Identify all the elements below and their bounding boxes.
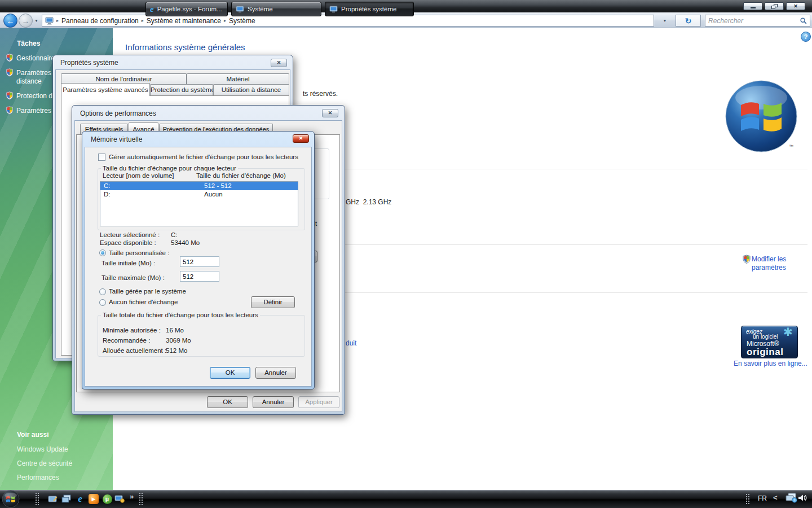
custom-size-radio[interactable]	[99, 249, 106, 256]
sidebar-link-security-center[interactable]: Centre de sécurité	[17, 459, 72, 467]
sidebar-item-device-manager[interactable]: Gestionnaire	[16, 54, 55, 62]
tab-remote[interactable]: Utilisation à distance	[213, 84, 289, 95]
tab-advanced-system-settings[interactable]: Paramètres système avancés	[61, 83, 150, 96]
ok-button[interactable]: OK	[210, 367, 250, 379]
sidebar-item-remote-settings[interactable]: Paramètres d	[16, 69, 57, 77]
remote-assistance-icon[interactable]	[114, 493, 125, 505]
taskbar-button-system[interactable]: Système	[231, 2, 321, 16]
learn-more-online-link[interactable]: En savoir plus en ligne...	[734, 360, 807, 367]
set-button[interactable]: Définir	[251, 296, 295, 308]
taskband-grip[interactable]	[139, 492, 144, 506]
sidebar-link-performance[interactable]: Performances	[17, 474, 59, 481]
page-title: Informations système générales	[125, 42, 245, 52]
section-divider	[345, 244, 807, 245]
section-divider	[345, 292, 807, 293]
search-input[interactable]	[705, 16, 800, 25]
dialog-title[interactable]: Options de performances	[80, 110, 156, 117]
taskbar-button-system-properties[interactable]: Propriétés système	[325, 2, 414, 16]
see-also-title: Voir aussi	[17, 431, 48, 439]
refresh-button[interactable]: ↻	[676, 15, 701, 27]
switch-windows-icon[interactable]	[61, 493, 72, 505]
minimize-button[interactable]	[743, 2, 762, 10]
help-button[interactable]: ?	[801, 32, 811, 42]
show-desktop-icon[interactable]	[47, 493, 59, 505]
system-managed-radio[interactable]	[99, 288, 106, 295]
ie-glyph: e	[78, 493, 82, 505]
breadcrumb-separator-icon: ▸	[142, 18, 144, 23]
address-history-dropdown[interactable]: ▼	[655, 15, 674, 27]
dialog-title[interactable]: Propriétés système	[60, 59, 118, 67]
volume-icon[interactable]	[797, 493, 807, 505]
cancel-button[interactable]: Annuler	[253, 396, 294, 408]
restore-button[interactable]	[765, 2, 784, 10]
min-allowed-label: Minimale autorisée :	[103, 327, 161, 334]
close-button[interactable]: ✕	[271, 59, 287, 67]
close-button[interactable]: ✕	[293, 134, 309, 143]
no-pagefile-radio[interactable]	[99, 299, 106, 306]
min-allowed-value: 16 Mo	[166, 327, 184, 334]
tray-grip[interactable]	[745, 493, 751, 505]
shield-icon	[742, 255, 751, 264]
network-icon[interactable]	[785, 492, 797, 505]
address-bar[interactable]: ▸ Panneau de configuration ▸ Système et …	[42, 15, 654, 27]
forward-button[interactable]: →	[19, 14, 33, 28]
back-button[interactable]: ←	[3, 14, 17, 28]
close-button[interactable]: ✕	[786, 2, 805, 10]
utorrent-icon[interactable]: µ	[102, 493, 113, 505]
taskbar-button-label: Système	[248, 6, 273, 12]
search-icon[interactable]	[800, 16, 807, 25]
breadcrumb-control-panel[interactable]: Panneau de configuration	[61, 17, 139, 25]
drive-listbox[interactable]: C:512 - 512 D:Aucun	[100, 181, 298, 226]
max-size-input[interactable]	[180, 271, 219, 282]
start-button[interactable]	[2, 490, 20, 508]
ok-button[interactable]: OK	[207, 396, 248, 408]
sidebar-item-system-protection[interactable]: Protection d	[16, 92, 52, 100]
desktop: ✕ ← → ▼ ▸ Panneau de configuration ▸ Sys…	[0, 0, 812, 508]
sidebar-item-advanced-settings[interactable]: Paramètres s	[16, 107, 56, 115]
recommended-value: 3069 Mo	[166, 337, 191, 344]
product-key-link-fragment[interactable]: duit	[346, 339, 356, 347]
copyright-text-fragment: ts réservés.	[303, 90, 338, 98]
sidebar-link-windows-update[interactable]: Windows Update	[17, 445, 68, 453]
computer-icon	[236, 6, 244, 13]
drive-name: D:	[104, 191, 111, 198]
trademark-text: ™	[789, 144, 793, 149]
recommended-label: Recommandée :	[103, 337, 150, 344]
badge-line4: original	[747, 347, 783, 358]
back-icon: ←	[7, 16, 15, 25]
initial-size-input[interactable]	[180, 256, 219, 267]
drive-name: C:	[104, 182, 111, 189]
quicklaunch-grip[interactable]	[35, 492, 40, 506]
apply-button[interactable]: Appliquer	[298, 396, 339, 408]
modify-settings-link[interactable]: Modifier les	[752, 255, 786, 263]
tab-hardware[interactable]: Matériel	[187, 73, 289, 85]
drive-row[interactable]: D:Aucun	[100, 190, 298, 199]
sidebar-item-remote-settings-line2[interactable]: distance	[16, 77, 42, 85]
breadcrumb-system-maintenance[interactable]: Système et maintenance	[147, 17, 221, 25]
taskbar-button-label: Propriétés système	[341, 6, 396, 12]
modify-settings-link-line2[interactable]: paramètres	[752, 264, 786, 271]
close-button[interactable]: ✕	[322, 109, 338, 117]
auto-manage-checkbox[interactable]	[98, 154, 105, 161]
genuine-ms-badge[interactable]: exigez un logiciel Microsoft® original ✱	[741, 326, 798, 358]
cancel-button[interactable]: Annuler	[255, 367, 296, 379]
column-drive: Lecteur [nom de volume]	[103, 172, 174, 179]
tab-system-protection[interactable]: Protection du système	[150, 84, 213, 95]
dialog-title[interactable]: Mémoire virtuelle	[91, 135, 142, 143]
column-size: Taille du fichier d'échange (Mo)	[196, 172, 286, 179]
quicklaunch-overflow-chevron[interactable]: »	[130, 492, 134, 501]
drive-row-selected[interactable]: C:512 - 512	[100, 182, 298, 190]
pagefile-group-title: Taille du fichier d'échange pour chaque …	[101, 165, 238, 172]
drive-size: Aucun	[204, 190, 223, 199]
taskbar-button-label: Pagefile.sys - Forum...	[157, 6, 222, 12]
available-space-value: 53440 Mo	[171, 239, 200, 246]
breadcrumb-system[interactable]: Système	[229, 17, 255, 25]
close-icon: ✕	[299, 136, 303, 141]
media-player-icon[interactable]: ▶	[88, 493, 99, 505]
taskbar-button-pagefile-forum[interactable]: e Pagefile.sys - Forum...	[145, 2, 228, 16]
tray-expand-chevron[interactable]: <	[773, 493, 778, 502]
language-indicator[interactable]: FR	[758, 494, 767, 502]
recent-pages-dropdown[interactable]: ▼	[34, 19, 38, 23]
close-icon: ✕	[793, 4, 798, 9]
internet-explorer-icon[interactable]: e	[74, 493, 86, 505]
